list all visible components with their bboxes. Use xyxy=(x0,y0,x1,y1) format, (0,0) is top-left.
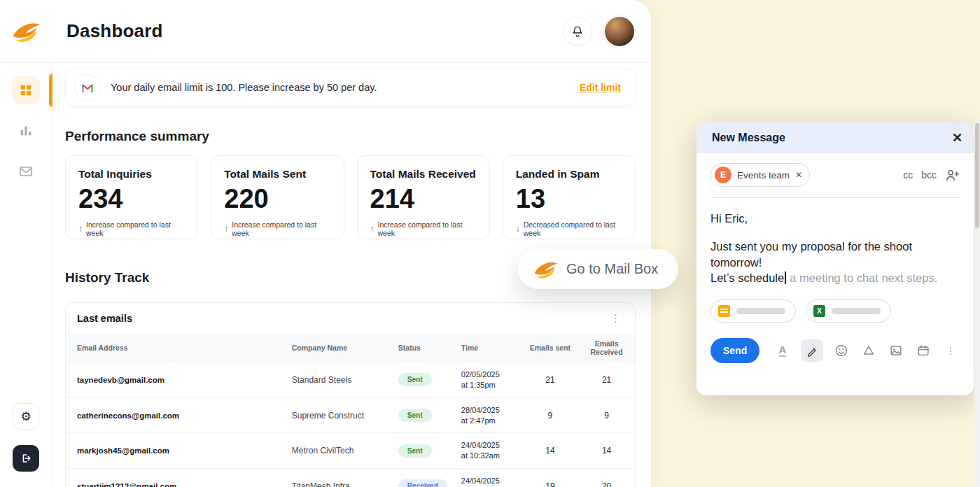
stat-note: ↑ Increase compared to last week xyxy=(224,220,330,237)
trend-up-icon: ↑ xyxy=(78,224,83,234)
scrollbar[interactable] xyxy=(974,119,980,487)
drive-icon xyxy=(862,344,876,358)
bell-icon xyxy=(570,24,584,38)
stat-value: 13 xyxy=(516,185,622,214)
col-status: Status xyxy=(391,334,454,362)
page-title: Dashboard xyxy=(66,20,163,42)
gear-icon: ⚙ xyxy=(20,409,31,424)
app-logo-icon xyxy=(12,19,41,44)
compose-body: E Events team ✕ cc bcc xyxy=(696,153,974,374)
col-time: Time xyxy=(454,334,522,362)
email-limit-banner: Your daily email limit is 100. Please in… xyxy=(65,69,636,106)
cc-group: cc bcc xyxy=(903,168,960,183)
excel-file-icon: X xyxy=(813,305,825,317)
table-row[interactable]: stuartjim1212@gmail.com TitanMesh Infra … xyxy=(66,469,635,487)
drive-button[interactable] xyxy=(860,341,878,360)
formatting-toolbar: A xyxy=(774,339,960,362)
col-emails-received: Emails Received xyxy=(578,334,635,362)
trend-up-icon: ↑ xyxy=(370,224,374,234)
stat-note: ↓ Decreased compared to last week xyxy=(516,220,622,237)
sidebar-item-mail[interactable] xyxy=(0,151,52,192)
compose-toolbar: Send ▾ A xyxy=(710,338,960,374)
compose-header[interactable]: New Message ✕ xyxy=(696,122,974,153)
status-badge: Sent xyxy=(398,409,432,422)
attachment-chip-doc[interactable] xyxy=(710,299,796,323)
status-badge: Sent xyxy=(398,444,432,458)
settings-button[interactable]: ⚙ xyxy=(13,403,39,430)
doc-file-icon xyxy=(718,305,730,317)
stat-title: Total Inquiries xyxy=(78,168,185,181)
stat-card-spam: Landed in Spam 13 ↓ Decreased compared t… xyxy=(503,155,636,239)
recipient-name: Events team xyxy=(737,170,790,181)
last-emails-card: Last emails ⋮ Email Address Company Name… xyxy=(65,302,636,487)
logout-icon xyxy=(20,452,32,465)
remove-recipient-icon[interactable]: ✕ xyxy=(795,170,802,180)
table-row[interactable]: markjosh45@gmail.com Metron CivilTech Se… xyxy=(66,433,635,469)
stat-value: 234 xyxy=(78,185,185,214)
insert-image-button[interactable] xyxy=(887,341,905,360)
table-header-row: Email Address Company Name Status Time E… xyxy=(66,334,635,362)
message-line-1: Just sent you my proposal for the shoot … xyxy=(710,239,960,270)
attachment-chip-spreadsheet[interactable]: X xyxy=(806,299,891,323)
emoji-icon xyxy=(834,344,848,358)
status-badge: Sent xyxy=(398,373,432,386)
sidebar-bottom: ⚙ xyxy=(13,403,39,472)
gmail-icon xyxy=(74,74,101,101)
avatar[interactable] xyxy=(603,15,636,48)
col-email-address: Email Address xyxy=(66,334,285,362)
calendar-icon xyxy=(916,344,930,358)
add-contact-icon[interactable] xyxy=(945,168,960,183)
send-button[interactable]: Send xyxy=(710,338,760,363)
stat-cards-row: Total Inquiries 234 ↑ Increase compared … xyxy=(65,155,636,239)
edit-limit-link[interactable]: Edit limit xyxy=(580,82,621,93)
col-company-name: Company Name xyxy=(285,334,391,362)
table-row[interactable]: taynedevb@gmail.com Standard Steels Sent… xyxy=(66,362,635,398)
compose-window: New Message ✕ E Events team ✕ cc bcc xyxy=(696,122,974,395)
emoji-button[interactable] xyxy=(832,341,850,360)
stat-card-mails-sent: Total Mails Sent 220 ↑ Increase compared… xyxy=(211,155,344,239)
header-actions xyxy=(563,15,636,48)
attachment-name-placeholder xyxy=(736,308,785,314)
col-emails-sent: Emails sent xyxy=(522,334,578,362)
schedule-button[interactable] xyxy=(914,341,932,360)
dashboard-grid-icon xyxy=(18,83,34,98)
stat-value: 220 xyxy=(224,185,330,214)
notifications-button[interactable] xyxy=(563,17,592,46)
more-options-kebab-icon[interactable]: ⋮ xyxy=(941,341,960,360)
message-editor[interactable]: Hi Eric, Just sent you my proposal for t… xyxy=(710,211,960,285)
sidebar-item-dashboard[interactable] xyxy=(0,70,52,111)
stat-note: ↑ Increase compared to last week xyxy=(370,220,477,237)
trend-up-icon: ↑ xyxy=(224,224,228,234)
signature-pen-button[interactable] xyxy=(801,339,823,362)
table-menu-kebab-icon[interactable]: ⋮ xyxy=(608,312,624,325)
dashboard-panel: Dashboard xyxy=(0,0,651,487)
sidebar-item-analytics[interactable] xyxy=(0,111,52,151)
stat-title: Total Mails Received xyxy=(370,168,477,181)
go-to-mailbox-label: Go to Mail Box xyxy=(566,261,658,277)
performance-heading: Performance summary xyxy=(65,129,636,144)
attachments-row: X xyxy=(710,299,960,323)
table-row[interactable]: catherinecons@gmail.com Supreme Construc… xyxy=(66,397,635,433)
cc-toggle[interactable]: cc xyxy=(903,169,913,181)
recipient-chip[interactable]: E Events team ✕ xyxy=(710,163,810,187)
format-a-icon: A xyxy=(779,344,787,357)
table-head: Last emails ⋮ xyxy=(66,303,635,334)
pen-icon xyxy=(806,345,818,357)
table-title: Last emails xyxy=(77,313,132,324)
attachment-name-placeholder xyxy=(832,308,881,314)
message-paragraph: Just sent you my proposal for the shoot … xyxy=(710,239,960,285)
bcc-toggle[interactable]: bcc xyxy=(921,169,937,181)
mail-icon xyxy=(18,164,34,179)
limit-banner-text: Your daily email limit is 100. Please in… xyxy=(111,82,377,93)
text-format-button[interactable]: A xyxy=(774,341,792,360)
message-line-2: Let’s schedule a meeting to chat next st… xyxy=(710,270,960,285)
smart-compose-suggestion: a meeting to chat next steps. xyxy=(787,271,938,284)
close-icon[interactable]: ✕ xyxy=(952,130,962,146)
image-icon xyxy=(889,344,903,358)
scrollbar-thumb[interactable] xyxy=(975,123,979,228)
go-to-mailbox-button[interactable]: Go to Mail Box xyxy=(518,249,678,289)
send-split-button: Send ▾ xyxy=(710,338,760,363)
last-emails-table: Email Address Company Name Status Time E… xyxy=(66,334,635,487)
logout-button[interactable] xyxy=(13,445,39,472)
stat-note: ↑ Increase compared to last week xyxy=(78,220,185,237)
